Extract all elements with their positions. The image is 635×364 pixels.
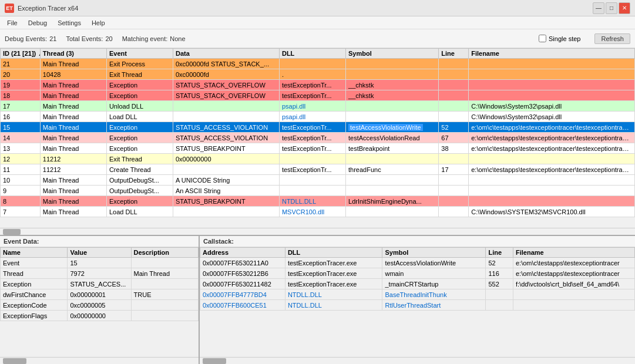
top-table-area: ID (21 [21]) ▲ Thread (3) Event Data DLL…: [0, 48, 635, 235]
col-header-data: Data: [173, 49, 280, 59]
matching-label: Matching event:: [122, 35, 168, 42]
close-button[interactable]: ✕: [619, 2, 630, 14]
list-item[interactable]: dwFirstChance0x00000001TRUE: [1, 289, 199, 300]
list-item[interactable]: 0x00007FF6530211A0testExceptionTracer.ex…: [200, 258, 635, 268]
list-item[interactable]: 0x00007FF6530212B6testExceptionTracer.ex…: [200, 268, 635, 279]
list-item[interactable]: ExceptionCode0xc0000005: [1, 300, 199, 311]
table-row[interactable]: 18Main ThreadExceptionSTATUS_STACK_OVERF…: [1, 90, 635, 101]
table-row[interactable]: 2010428Exit Thread0xc00000fd.: [1, 69, 635, 80]
event-data-title: Event Data:: [0, 236, 199, 247]
ed-col-value: Value: [68, 248, 131, 258]
maximize-button[interactable]: □: [606, 2, 617, 14]
table-row[interactable]: 13Main ThreadExceptionSTATUS_BREAKPOINTt…: [1, 143, 635, 154]
event-data-panel: Event Data: Name Value Description Event…: [0, 236, 200, 364]
col-header-event: Event: [106, 49, 173, 59]
debug-events-item: Debug Events: 21: [5, 35, 56, 42]
callstack-table: Address DLL Symbol Line Filename 0x00007…: [200, 247, 635, 311]
debug-events-label: Debug Events:: [5, 35, 47, 42]
app-title: Exception Tracer x64: [18, 5, 589, 12]
callstack-table-container[interactable]: Address DLL Symbol Line Filename 0x00007…: [200, 247, 635, 357]
table-row[interactable]: 16Main ThreadLoad DLLpsapi.dllC:\Windows…: [1, 112, 635, 122]
total-events-label: Total Events:: [66, 35, 103, 42]
col-header-line: Line: [439, 49, 469, 59]
table-row[interactable]: 21Main ThreadExit Process0xc00000fd STAT…: [1, 59, 635, 69]
cs-col-dll: DLL: [285, 248, 382, 258]
table-row[interactable]: 9Main ThreadOutputDebugSt...An ASCII Str…: [1, 186, 635, 196]
menu-settings[interactable]: Settings: [53, 18, 86, 28]
table-row[interactable]: 15Main ThreadExceptionSTATUS_ACCESS_VIOL…: [1, 122, 635, 133]
main-table-container[interactable]: ID (21 [21]) ▲ Thread (3) Event Data DLL…: [0, 48, 635, 228]
refresh-button[interactable]: Refresh: [594, 33, 630, 44]
table-row[interactable]: 1111212Create ThreadtestExceptionTr...th…: [1, 164, 635, 175]
menu-help[interactable]: Help: [87, 18, 110, 28]
table-row[interactable]: 8Main ThreadExceptionSTATUS_BREAKPOINTNT…: [1, 196, 635, 207]
table-row[interactable]: 17Main ThreadUnload DLLpsapi.dllC:\Windo…: [1, 101, 635, 112]
col-header-filename: Filename: [469, 49, 635, 59]
list-item[interactable]: Thread7972Main Thread: [1, 268, 199, 279]
window-controls: — □ ✕: [593, 2, 630, 14]
callstack-hscroll[interactable]: [200, 357, 635, 364]
ed-col-name: Name: [1, 248, 68, 258]
callstack-title: Callstack:: [200, 236, 635, 247]
callstack-panel: Callstack: Address DLL Symbol Line Filen…: [200, 236, 635, 364]
event-data-table: Name Value Description Event15Thread7972…: [0, 247, 199, 321]
main-content: ID (21 [21]) ▲ Thread (3) Event Data DLL…: [0, 48, 635, 364]
debug-events-value: 21: [49, 35, 56, 42]
col-header-thread: Thread (3): [40, 49, 106, 59]
list-item[interactable]: 0x00007FF6530211482testExceptionTracer.e…: [200, 279, 635, 289]
table-row[interactable]: 10Main ThreadOutputDebugSt...A UNICODE S…: [1, 175, 635, 186]
table-row[interactable]: 19Main ThreadExceptionSTATUS_STACK_OVERF…: [1, 80, 635, 90]
table-row[interactable]: 1211212Exit Thread0x00000000: [1, 154, 635, 164]
menu-file[interactable]: File: [2, 18, 22, 28]
menu-bar: File Debug Settings Help: [0, 16, 635, 29]
app-icon: ET: [5, 4, 14, 13]
title-bar: ET Exception Tracer x64 — □ ✕: [0, 0, 635, 16]
bottom-panels: Event Data: Name Value Description Event…: [0, 235, 635, 364]
minimize-button[interactable]: —: [593, 2, 604, 14]
table-row[interactable]: 14Main ThreadExceptionSTATUS_ACCESS_VIOL…: [1, 133, 635, 143]
list-item[interactable]: 0x00007FFB4777BD4NTDLL.DLLBaseThreadInit…: [200, 289, 635, 300]
list-item[interactable]: ExceptionSTATUS_ACCES...: [1, 279, 199, 289]
single-step-label: Single step: [549, 35, 580, 42]
single-step-container: Single step: [539, 35, 580, 42]
total-events-item: Total Events: 20: [66, 35, 112, 42]
event-data-table-container[interactable]: Name Value Description Event15Thread7972…: [0, 247, 199, 357]
event-data-hscroll[interactable]: [0, 357, 199, 364]
matching-event-item: Matching event: None: [122, 35, 186, 42]
cs-col-address: Address: [200, 248, 285, 258]
col-header-dll: DLL: [279, 49, 345, 59]
total-events-value: 20: [105, 35, 112, 42]
col-header-symbol: Symbol: [346, 49, 439, 59]
main-table: ID (21 [21]) ▲ Thread (3) Event Data DLL…: [0, 48, 635, 217]
cs-col-filename: Filename: [513, 248, 634, 258]
main-table-hscroll[interactable]: [0, 228, 635, 235]
cs-col-line: Line: [486, 248, 513, 258]
single-step-checkbox[interactable]: [539, 35, 546, 42]
list-item[interactable]: Event15: [1, 258, 199, 268]
list-item[interactable]: ExceptionFlags0x00000000: [1, 311, 199, 321]
menu-debug[interactable]: Debug: [23, 18, 52, 28]
ed-col-desc: Description: [131, 248, 198, 258]
table-row[interactable]: 7Main ThreadLoad DLLMSVCR100.dllC:\Windo…: [1, 207, 635, 217]
toolbar: Debug Events: 21 Total Events: 20 Matchi…: [0, 29, 635, 48]
cs-col-symbol: Symbol: [382, 248, 486, 258]
list-item[interactable]: 0x00007FFB600CE51NTDLL.DLLRtlUserThreadS…: [200, 300, 635, 311]
col-header-id: ID (21 [21]) ▲: [1, 49, 41, 59]
matching-value: None: [170, 35, 185, 42]
